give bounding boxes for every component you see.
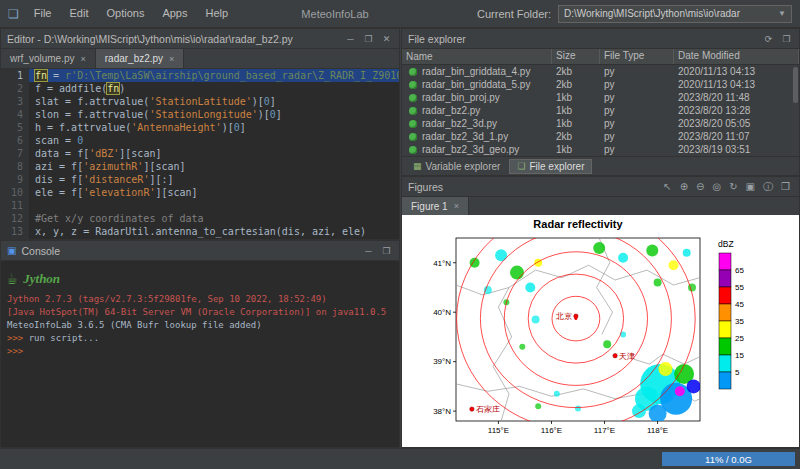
column-header-date-modified[interactable]: Date Modified: [674, 49, 799, 64]
python-file-icon: [409, 94, 417, 102]
explorer-tabs: ▦Variable explorer❏File explorer: [402, 156, 799, 175]
code-text: scan = 0: [29, 134, 399, 147]
tab-figure-1[interactable]: Figure 1 ×: [402, 197, 469, 215]
console-body[interactable]: ☕JythonJython 2.7.3 (tags/v2.7.3:5f29801…: [1, 261, 399, 447]
info-icon[interactable]: ⓘ: [760, 180, 776, 194]
table-row[interactable]: radar_bz2.py1kbpy2023/8/20 13:28: [402, 104, 792, 117]
file-name-cell: radar_bin_proj.py: [402, 91, 552, 104]
save-image-icon[interactable]: ▣: [743, 181, 758, 192]
file-size-cell: 1kb: [552, 104, 600, 117]
code-line[interactable]: 12#Get x/y coordinates of data: [1, 212, 399, 225]
minimize-icon[interactable]: ─: [362, 246, 375, 256]
table-row[interactable]: radar_bin_proj.py1kbpy2023/8/20 11:48: [402, 91, 792, 104]
colorbar-label: 25: [735, 334, 744, 343]
close-tab-icon[interactable]: ×: [80, 54, 85, 64]
city-marker: [574, 314, 578, 318]
file-type-cell: py: [600, 65, 674, 78]
console-line: [Java HotSpot(TM) 64-Bit Server VM (Orac…: [7, 306, 393, 319]
scrollbar-thumb[interactable]: [793, 67, 798, 103]
file-name-cell: radar_bz2_3d_geo.py: [402, 143, 552, 156]
minimize-icon[interactable]: ─: [344, 34, 357, 44]
jython-logo-text: Jython: [23, 272, 60, 285]
file-type-cell: py: [600, 104, 674, 117]
scrollbar[interactable]: [792, 65, 799, 157]
column-header-size[interactable]: Size: [552, 49, 600, 64]
chevron-down-icon[interactable]: ▼: [778, 9, 786, 18]
close-icon[interactable]: ✕: [380, 34, 393, 44]
file-date-cell: 2023/8/20 11:07: [674, 130, 792, 143]
code-line[interactable]: 10ele = f['elevationR'][scan]: [1, 186, 399, 199]
figure-canvas[interactable]: 115°E116°E117°E118°E38°N39°N40°N41°N北京天津…: [402, 215, 799, 447]
code-line[interactable]: 9dis = f['distanceR'][:]: [1, 173, 399, 186]
current-folder-group: Current Folder: D:\Working\MIScript\Jyth…: [477, 0, 792, 27]
variable-explorer-icon: ▦: [413, 161, 422, 171]
app-window: ❏ FileEditOptionsAppsHelp MeteoInfoLab C…: [0, 0, 800, 469]
column-header-file-type[interactable]: File Type: [600, 49, 674, 64]
code-line[interactable]: 3slat = f.attrvalue('StationLatitude')[0…: [1, 95, 399, 108]
code-text: data = f['dBZ'][scan]: [29, 147, 399, 160]
colorbar-label: 55: [735, 283, 744, 292]
console-panel-header: ▣ Console ─ ❐: [1, 241, 399, 261]
python-file-icon: [409, 107, 417, 115]
code-line[interactable]: 11: [1, 199, 399, 212]
float-icon[interactable]: ❐: [362, 34, 375, 44]
memory-indicator: 11% / 0.0G: [662, 452, 795, 466]
menu-apps[interactable]: Apps: [153, 0, 196, 27]
menu-edit[interactable]: Edit: [61, 0, 98, 27]
select-icon[interactable]: ↖: [660, 181, 674, 192]
editor-tab[interactable]: wrf_volume.py×: [1, 49, 96, 68]
tab-variable-explorer[interactable]: ▦Variable explorer: [406, 160, 507, 173]
editor-panel-header: Editor - D:\Working\MIScript\Jython\mis\…: [1, 29, 399, 49]
zoom-out-icon[interactable]: ⊖: [693, 181, 707, 192]
table-row[interactable]: radar_bz2_3d.py1kbpy2023/8/20 05:05: [402, 117, 792, 130]
full-extent-icon[interactable]: ◎: [709, 181, 724, 192]
code-text: [29, 199, 399, 212]
code-text: fn = r'D:\Temp\LaSW\airship\ground_based…: [29, 69, 399, 82]
code-line[interactable]: 7data = f['dBZ'][scan]: [1, 147, 399, 160]
code-line[interactable]: 4slon = f.attrvalue('StationLongitude')[…: [1, 108, 399, 121]
status-bar: 11% / 0.0G: [0, 448, 800, 469]
city-marker: [470, 407, 474, 411]
column-header-name[interactable]: Name: [402, 49, 552, 64]
table-row[interactable]: radar_bz2_3d_geo.py1kbpy2023/8/19 03:51: [402, 143, 792, 156]
file-type-cell: py: [600, 117, 674, 130]
code-line[interactable]: 8azi = f['azimuthR'][scan]: [1, 160, 399, 173]
code-line[interactable]: 1fn = r'D:\Temp\LaSW\airship\ground_base…: [1, 69, 399, 82]
x-tick-label: 115°E: [488, 426, 509, 435]
table-row[interactable]: radar_bin_griddata_4.py2kbpy2020/11/13 0…: [402, 65, 792, 78]
close-tab-icon[interactable]: ×: [454, 201, 459, 211]
menu-help[interactable]: Help: [196, 0, 237, 27]
x-tick-label: 116°E: [541, 426, 562, 435]
figure-tab-label: Figure 1: [411, 201, 448, 212]
line-number: 1: [1, 69, 29, 82]
float-icon[interactable]: ❐: [780, 34, 793, 44]
zoom-in-icon[interactable]: ⊕: [677, 181, 691, 192]
table-row[interactable]: radar_bin_griddata_5.py2kbpy2020/11/13 0…: [402, 78, 792, 91]
line-number: 11: [1, 199, 29, 212]
code-text: h = f.attrvalue('AntennaHeight')[0]: [29, 121, 399, 134]
editor-tab[interactable]: radar_bz2.py×: [96, 49, 185, 68]
code-text: slat = f.attrvalue('StationLatitude')[0]: [29, 95, 399, 108]
colorbar-label: 15: [735, 351, 744, 360]
code-line[interactable]: 13x, y, z = RadarUtil.antenna_to_cartesi…: [1, 225, 399, 238]
code-line[interactable]: 6scan = 0: [1, 134, 399, 147]
new-window-icon[interactable]: ❐: [778, 181, 793, 192]
current-folder-combobox[interactable]: D:\Working\MIScript\Jython\mis\io\radar …: [558, 5, 792, 23]
code-line[interactable]: 2f = addfile(fn): [1, 82, 399, 95]
tab-file-explorer[interactable]: ❏File explorer: [510, 160, 591, 173]
figure-tabs: Figure 1 ×: [402, 197, 799, 216]
code-text: #Get x/y coordinates of data: [29, 212, 399, 225]
table-row[interactable]: radar_bz2_3d_1.py2kbpy2023/8/20 11:07: [402, 130, 792, 143]
rotate-icon[interactable]: ↻: [726, 181, 740, 192]
menu-options[interactable]: Options: [97, 0, 153, 27]
code-text: dis = f['distanceR'][:]: [29, 173, 399, 186]
float-icon[interactable]: ❐: [380, 246, 393, 256]
code-text: slon = f.attrvalue('StationLongitude')[0…: [29, 108, 399, 121]
code-area[interactable]: 1fn = r'D:\Temp\LaSW\airship\ground_base…: [1, 69, 399, 239]
refresh-icon[interactable]: ⟳: [762, 34, 775, 44]
editor-panel-title: Editor - D:\Working\MIScript\Jython\mis\…: [7, 33, 293, 45]
close-tab-icon[interactable]: ×: [169, 54, 174, 64]
menu-file[interactable]: File: [25, 0, 61, 27]
code-line[interactable]: 5h = f.attrvalue('AntennaHeight')[0]: [1, 121, 399, 134]
city-label: 北京: [555, 312, 572, 321]
